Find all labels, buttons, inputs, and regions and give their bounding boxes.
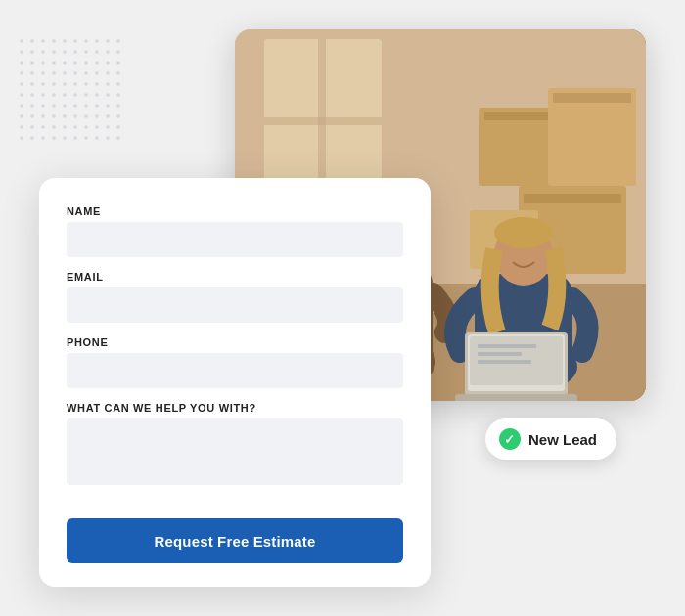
email-field-group: EMAIL xyxy=(67,271,403,323)
svg-rect-29 xyxy=(478,360,531,364)
svg-rect-12 xyxy=(524,194,621,203)
help-field-group: WHAT CAN WE HELP YOU WITH? xyxy=(67,402,403,489)
phone-field-group: PHONE xyxy=(67,336,403,388)
phone-label: PHONE xyxy=(67,336,403,348)
help-textarea[interactable] xyxy=(67,418,403,485)
email-input[interactable] xyxy=(67,287,403,323)
svg-rect-1 xyxy=(20,39,127,147)
svg-rect-5 xyxy=(264,117,382,125)
svg-rect-27 xyxy=(478,344,536,348)
name-label: NAME xyxy=(67,205,403,217)
phone-input[interactable] xyxy=(67,353,403,388)
name-input[interactable] xyxy=(67,222,403,257)
svg-rect-8 xyxy=(484,112,553,120)
svg-rect-10 xyxy=(553,93,631,103)
dots-decoration xyxy=(20,39,127,147)
svg-point-23 xyxy=(494,217,553,248)
new-lead-text: New Lead xyxy=(528,431,597,448)
email-label: EMAIL xyxy=(67,271,403,283)
submit-button[interactable]: Request Free Estimate xyxy=(67,518,403,563)
scene-container: NAME EMAIL PHONE WHAT CAN WE HELP YOU WI… xyxy=(39,29,646,587)
form-card: NAME EMAIL PHONE WHAT CAN WE HELP YOU WI… xyxy=(39,178,431,587)
svg-rect-30 xyxy=(455,394,577,401)
checkmark-icon xyxy=(499,428,521,450)
name-field-group: NAME xyxy=(67,205,403,257)
help-label: WHAT CAN WE HELP YOU WITH? xyxy=(67,402,403,414)
svg-rect-28 xyxy=(478,352,522,356)
new-lead-badge: New Lead xyxy=(485,418,616,460)
